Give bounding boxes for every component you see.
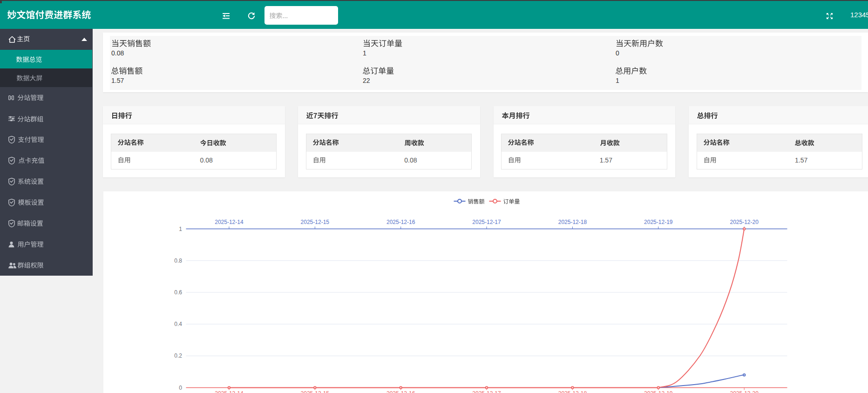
svg-text:2025-12-17: 2025-12-17	[472, 390, 501, 393]
svg-text:0.2: 0.2	[174, 352, 182, 359]
svg-text:2025-12-15: 2025-12-15	[300, 219, 329, 225]
svg-text:0.4: 0.4	[174, 321, 182, 327]
svg-text:2025-12-20: 2025-12-20	[730, 219, 759, 225]
svg-text:2025-12-16: 2025-12-16	[387, 390, 415, 393]
svg-text:2025-12-20: 2025-12-20	[730, 390, 759, 393]
svg-text:1: 1	[179, 226, 182, 232]
svg-text:2025-12-19: 2025-12-19	[644, 390, 673, 393]
svg-text:2025-12-14: 2025-12-14	[215, 390, 244, 393]
svg-text:0: 0	[179, 385, 182, 391]
svg-text:2025-12-17: 2025-12-17	[472, 219, 501, 225]
svg-text:2025-12-19: 2025-12-19	[644, 219, 673, 225]
svg-text:2025-12-14: 2025-12-14	[215, 219, 244, 225]
svg-text:2025-12-15: 2025-12-15	[300, 390, 329, 393]
svg-text:2025-12-16: 2025-12-16	[387, 219, 415, 225]
svg-text:2025-12-18: 2025-12-18	[558, 390, 587, 393]
svg-text:0.8: 0.8	[174, 257, 182, 264]
svg-text:2025-12-18: 2025-12-18	[558, 219, 587, 225]
svg-text:0.6: 0.6	[174, 289, 182, 296]
